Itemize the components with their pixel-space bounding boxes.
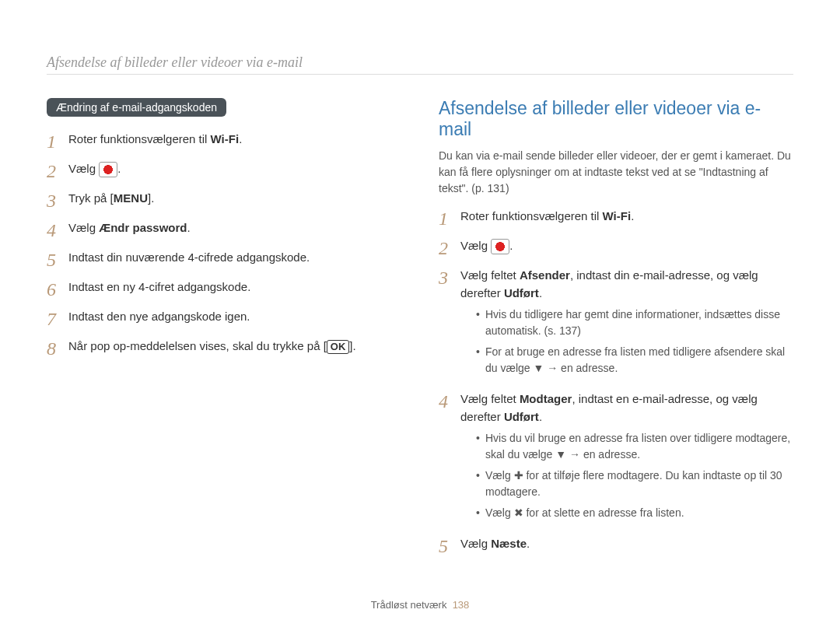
step-number: 3 — [47, 190, 68, 210]
ok-icon: OK — [327, 340, 350, 354]
step-item: 7 Indtast den nye adgangskode igen. — [47, 308, 401, 328]
step-item: 3 Tryk på [MENU]. — [47, 190, 401, 210]
step-item: 2 Vælg . — [47, 160, 401, 180]
manual-page: Afsendelse af billeder eller videoer via… — [0, 0, 840, 634]
breadcrumb: Afsendelse af billeder eller videoer via… — [47, 54, 793, 75]
section-pill: Ændring af e-mail-adgangskoden — [47, 98, 226, 117]
content-columns: Ændring af e-mail-adgangskoden 1 Roter f… — [47, 98, 793, 565]
page-footer: Trådløst netværk 138 — [0, 599, 840, 611]
step-number: 8 — [47, 338, 68, 358]
sub-bullet: Hvis du tidligere har gemt dine informat… — [476, 306, 793, 339]
step-item: 4 Vælg feltet Modtager, indtast en e-mai… — [439, 391, 793, 526]
step-text: Roter funktionsvælgeren til Wi-Fi. — [460, 208, 793, 226]
step-text: Indtast den nye adgangskode igen. — [68, 308, 401, 326]
step-text: Indtast din nuværende 4-cifrede adgangsk… — [68, 249, 401, 267]
step-number: 5 — [47, 249, 68, 269]
step-number: 4 — [47, 219, 68, 240]
step-number: 2 — [439, 237, 460, 257]
step-item: 6 Indtast en ny 4-cifret adgangskode. — [47, 278, 401, 299]
step-item: 5 Vælg Næste. — [439, 535, 793, 555]
step-number: 5 — [439, 535, 460, 555]
step-text: Vælg feltet Modtager, indtast en e-mail-… — [460, 391, 793, 526]
step-text: Vælg Ændr password. — [68, 219, 401, 237]
page-number: 138 — [453, 599, 470, 611]
step-number: 6 — [47, 278, 68, 299]
step-number: 7 — [47, 308, 68, 328]
left-column: Ændring af e-mail-adgangskoden 1 Roter f… — [47, 98, 401, 565]
step-text: Tryk på [MENU]. — [68, 190, 401, 208]
step-text: Vælg Næste. — [460, 535, 793, 553]
step-number: 2 — [47, 160, 68, 180]
step-item: 3 Vælg feltet Afsender, indtast din e-ma… — [439, 267, 793, 381]
step-text: Vælg feltet Afsender, indtast din e-mail… — [460, 267, 793, 381]
step-text: Når pop op-meddelelsen vises, skal du tr… — [68, 338, 401, 356]
left-steps: 1 Roter funktionsvælgeren til Wi-Fi. 2 V… — [47, 131, 401, 358]
step-number: 1 — [439, 208, 460, 228]
step-item: 1 Roter funktionsvælgeren til Wi-Fi. — [47, 131, 401, 151]
sub-bullet: Vælg ✚ for at tilføje flere modtagere. D… — [476, 468, 793, 500]
right-steps: 1 Roter funktionsvælgeren til Wi-Fi. 2 V… — [439, 208, 793, 555]
intro-paragraph: Du kan via e-mail sende billeder eller v… — [439, 148, 793, 197]
step-item: 8 Når pop op-meddelelsen vises, skal du … — [47, 338, 401, 358]
right-column: Afsendelse af billeder eller videoer via… — [439, 98, 793, 565]
sub-bullet: Hvis du vil bruge en adresse fra listen … — [476, 430, 793, 463]
step-text: Roter funktionsvælgeren til Wi-Fi. — [68, 131, 401, 149]
sub-bullets: Hvis du tidligere har gemt dine informat… — [476, 306, 793, 377]
sub-bullet: Vælg ✖ for at slette en adresse fra list… — [476, 505, 793, 521]
step-number: 3 — [439, 267, 460, 287]
sub-bullet: For at bruge en adresse fra listen med t… — [476, 344, 793, 377]
step-text: Indtast en ny 4-cifret adgangskode. — [68, 278, 401, 296]
email-icon — [491, 239, 509, 254]
section-title: Afsendelse af billeder eller videoer via… — [439, 98, 793, 140]
step-item: 1 Roter funktionsvælgeren til Wi-Fi. — [439, 208, 793, 228]
step-number: 4 — [439, 391, 460, 411]
step-item: 4 Vælg Ændr password. — [47, 219, 401, 240]
step-item: 5 Indtast din nuværende 4-cifrede adgang… — [47, 249, 401, 269]
footer-label: Trådløst netværk — [371, 599, 447, 611]
email-icon — [99, 162, 117, 177]
sub-bullets: Hvis du vil bruge en adresse fra listen … — [476, 430, 793, 521]
step-text: Vælg . — [68, 160, 401, 178]
step-number: 1 — [47, 131, 68, 151]
step-text: Vælg . — [460, 237, 793, 255]
step-item: 2 Vælg . — [439, 237, 793, 257]
